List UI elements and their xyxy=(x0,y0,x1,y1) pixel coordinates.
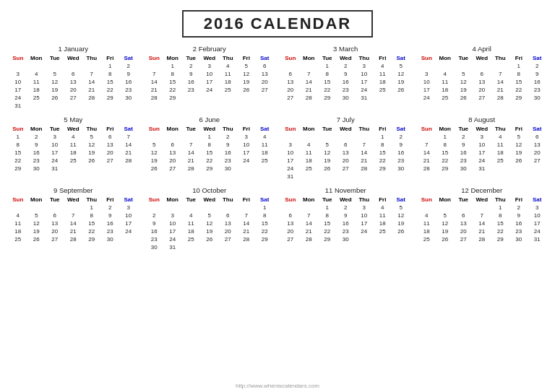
day-header-sat: Sat xyxy=(528,196,547,204)
day-cell: 25 xyxy=(491,157,510,165)
day-cell: 8 xyxy=(318,70,337,78)
month-block-january: 1 JanuarySunMonTueWedThuFriSat1234567891… xyxy=(9,45,138,110)
day-header-fri: Fri xyxy=(101,125,120,133)
day-cell xyxy=(237,165,256,173)
day-cell: 9 xyxy=(337,70,356,78)
day-header-sat: Sat xyxy=(256,125,275,133)
day-cell: 6 xyxy=(163,141,182,149)
month-block-october: 10 OctoberSunMonTueWedThuFriSat123456789… xyxy=(145,186,275,251)
day-cell: 18 xyxy=(27,86,46,94)
day-header-wed: Wed xyxy=(64,196,83,204)
day-cell: 10 xyxy=(163,219,182,227)
day-cell xyxy=(473,62,491,70)
day-cell: 6 xyxy=(337,141,356,149)
day-cell: 15 xyxy=(163,78,182,86)
day-cell: 10 xyxy=(200,70,219,78)
day-cell: 1 xyxy=(318,62,337,70)
month-table-july: SunMonTueWedThuFriSat1234567891011121314… xyxy=(281,125,410,180)
day-cell: 21 xyxy=(82,86,101,94)
day-cell: 3 xyxy=(528,204,547,212)
day-cell: 13 xyxy=(64,78,83,86)
day-cell xyxy=(256,94,275,102)
day-cell: 16 xyxy=(392,149,410,157)
day-cell xyxy=(392,94,410,102)
day-header-sat: Sat xyxy=(392,196,410,204)
day-cell: 10 xyxy=(528,212,547,219)
day-cell: 11 xyxy=(27,78,46,86)
day-cell: 28 xyxy=(64,235,83,243)
day-header-sun: Sun xyxy=(418,196,436,204)
day-cell: 26 xyxy=(145,165,164,173)
day-cell xyxy=(101,165,120,173)
day-cell: 2 xyxy=(337,62,356,70)
day-cell: 21 xyxy=(237,227,256,235)
day-cell: 7 xyxy=(145,70,164,78)
day-header-mon: Mon xyxy=(436,125,455,133)
day-cell xyxy=(27,62,46,70)
day-cell xyxy=(119,165,138,173)
day-cell xyxy=(219,94,238,102)
day-cell xyxy=(281,133,300,141)
day-cell: 27 xyxy=(528,157,547,165)
day-header-wed: Wed xyxy=(200,196,219,204)
day-cell: 23 xyxy=(455,157,473,165)
day-cell: 9 xyxy=(182,70,201,78)
day-cell: 24 xyxy=(355,86,374,94)
day-cell xyxy=(318,173,337,180)
day-cell: 24 xyxy=(163,235,182,243)
day-cell: 25 xyxy=(374,227,392,235)
day-cell: 29 xyxy=(509,94,528,102)
month-block-july: 7 JulySunMonTueWedThuFriSat1234567891011… xyxy=(281,116,410,180)
day-cell: 3 xyxy=(46,133,64,141)
day-cell: 24 xyxy=(119,227,138,235)
day-cell: 27 xyxy=(337,165,356,173)
day-cell: 29 xyxy=(318,94,337,102)
day-cell: 22 xyxy=(318,86,337,94)
day-cell: 6 xyxy=(219,212,238,219)
day-cell: 26 xyxy=(46,94,64,102)
month-table-february: SunMonTueWedThuFriSat1234567891011121314… xyxy=(145,54,275,102)
day-cell: 18 xyxy=(418,227,436,235)
day-cell: 23 xyxy=(182,86,201,94)
day-cell: 4 xyxy=(256,133,275,141)
day-cell: 29 xyxy=(101,94,120,102)
day-header-thu: Thu xyxy=(355,196,374,204)
day-cell: 18 xyxy=(182,227,201,235)
day-header-wed: Wed xyxy=(64,125,83,133)
day-header-wed: Wed xyxy=(473,196,491,204)
day-cell: 15 xyxy=(200,149,219,157)
day-cell: 22 xyxy=(318,227,337,235)
day-cell: 16 xyxy=(145,227,164,235)
day-cell: 21 xyxy=(300,227,319,235)
day-header-mon: Mon xyxy=(27,125,46,133)
day-cell: 30 xyxy=(119,94,138,102)
day-header-wed: Wed xyxy=(473,125,491,133)
day-cell: 2 xyxy=(337,204,356,212)
day-cell: 17 xyxy=(46,149,64,157)
day-header-sun: Sun xyxy=(9,196,27,204)
day-header-wed: Wed xyxy=(200,54,219,62)
day-cell: 25 xyxy=(182,235,201,243)
month-table-june: SunMonTueWedThuFriSat1234567891011121314… xyxy=(145,125,275,173)
day-cell: 9 xyxy=(101,212,120,219)
day-header-wed: Wed xyxy=(64,54,83,62)
day-cell: 5 xyxy=(509,133,528,141)
day-cell xyxy=(509,165,528,173)
day-cell: 19 xyxy=(455,86,473,94)
day-cell: 13 xyxy=(473,78,491,86)
day-cell: 25 xyxy=(64,157,83,165)
day-cell: 30 xyxy=(101,235,120,243)
month-table-april: SunMonTueWedThuFriSat1234567891011121314… xyxy=(418,54,547,102)
day-header-tue: Tue xyxy=(455,196,473,204)
day-cell xyxy=(145,62,164,70)
day-header-mon: Mon xyxy=(436,196,455,204)
day-cell: 28 xyxy=(418,165,436,173)
month-title-october: 10 October xyxy=(145,186,275,194)
day-cell xyxy=(145,204,164,212)
day-cell xyxy=(46,102,64,110)
day-header-tue: Tue xyxy=(455,54,473,62)
day-cell: 3 xyxy=(418,70,436,78)
day-cell: 31 xyxy=(46,165,64,173)
day-header-sat: Sat xyxy=(256,54,275,62)
day-header-tue: Tue xyxy=(182,54,201,62)
